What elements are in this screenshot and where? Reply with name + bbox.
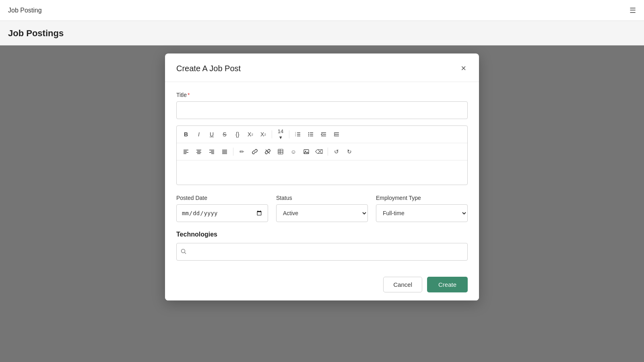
title-input[interactable] (176, 101, 468, 119)
top-bar: Job Posting ☰ (0, 0, 644, 21)
svg-point-41 (182, 249, 185, 253)
technologies-search-input[interactable] (190, 249, 463, 255)
eraser-button[interactable]: ⌫ (313, 146, 325, 158)
top-bar-title: Job Posting (8, 7, 42, 14)
svg-text:3: 3 (295, 135, 296, 137)
page-header: Job Postings (0, 21, 644, 45)
separator2 (289, 130, 289, 138)
separator3 (233, 148, 233, 156)
emoji-button[interactable]: ☺ (287, 146, 299, 158)
modal-header: Create A Job Post × (165, 53, 479, 82)
modal-footer: Cancel Create (165, 270, 479, 300)
unlink-button[interactable] (262, 146, 274, 158)
undo-button[interactable]: ↺ (330, 146, 343, 158)
ordered-list-button[interactable]: 1 2 3 (292, 128, 304, 140)
toolbar-row-1: B I U S {} X2 X2 14 ▾ 1 (177, 126, 467, 143)
bold-button[interactable]: B (180, 128, 192, 140)
title-label: Title* (176, 92, 468, 98)
technologies-section: Technologies (176, 231, 468, 261)
redo-button[interactable]: ↻ (343, 146, 355, 158)
technologies-input-row (176, 243, 468, 261)
svg-line-42 (185, 252, 186, 254)
posted-date-input[interactable] (176, 204, 268, 222)
modal-dialog: Create A Job Post × Title* B I (165, 53, 479, 300)
indent-decrease-button[interactable] (318, 128, 330, 140)
menu-icon[interactable]: ☰ (630, 6, 636, 15)
highlight-button[interactable]: ✏ (236, 146, 248, 158)
align-center-button[interactable] (193, 146, 205, 158)
align-right-button[interactable] (206, 146, 218, 158)
create-button[interactable]: Create (427, 277, 468, 292)
status-label: Status (276, 195, 368, 201)
status-field: Status Active Inactive Draft (276, 195, 368, 222)
separator4 (328, 148, 328, 156)
content-area: Create A Job Post × Title* B I (0, 45, 644, 362)
modal-close-button[interactable]: × (459, 63, 468, 74)
align-justify-button[interactable] (219, 146, 231, 158)
required-indicator: * (188, 92, 190, 98)
strikethrough-button[interactable]: S (219, 128, 231, 140)
link-button[interactable] (249, 146, 261, 158)
title-field-group: Title* (176, 92, 468, 119)
search-icon (181, 249, 186, 255)
modal-title: Create A Job Post (176, 64, 241, 73)
posted-date-field: Posted Date (176, 195, 268, 222)
italic-button[interactable]: I (193, 128, 205, 140)
svg-point-6 (308, 132, 309, 133)
image-button[interactable] (300, 146, 312, 158)
modal-body: Title* B I U S {} X2 X2 14 ▾ (165, 82, 479, 270)
status-select[interactable]: Active Inactive Draft (276, 204, 368, 222)
table-button[interactable] (275, 146, 287, 158)
page-title: Job Postings (8, 28, 636, 39)
superscript-button[interactable]: X2 (244, 128, 256, 140)
indent-increase-button[interactable] (330, 128, 343, 140)
modal-overlay: Create A Job Post × Title* B I (0, 45, 644, 362)
svg-point-8 (308, 136, 309, 136)
posted-date-label: Posted Date (176, 195, 268, 201)
editor-content-area[interactable] (177, 160, 467, 185)
underline-button[interactable]: U (206, 128, 218, 140)
separator (272, 130, 272, 138)
toolbar-row-2: ✏ (177, 143, 467, 160)
technologies-title: Technologies (176, 231, 468, 238)
cancel-button[interactable]: Cancel (383, 277, 422, 292)
svg-line-34 (266, 150, 270, 154)
svg-rect-35 (278, 149, 283, 154)
align-left-button[interactable] (180, 146, 192, 158)
code-button[interactable]: {} (231, 128, 244, 140)
form-fields-row: Posted Date Status Active Inactive Draft… (176, 195, 468, 222)
employment-type-select[interactable]: Full-time Part-time Contract Internship (376, 204, 468, 222)
svg-point-7 (308, 134, 309, 135)
unordered-list-button[interactable] (305, 128, 317, 140)
employment-type-label: Employment Type (376, 195, 468, 201)
subscript-button[interactable]: X2 (257, 128, 269, 140)
fontsize-selector[interactable]: 14 ▾ (275, 128, 287, 140)
rich-text-editor: B I U S {} X2 X2 14 ▾ 1 (176, 125, 468, 185)
employment-type-field: Employment Type Full-time Part-time Cont… (376, 195, 468, 222)
